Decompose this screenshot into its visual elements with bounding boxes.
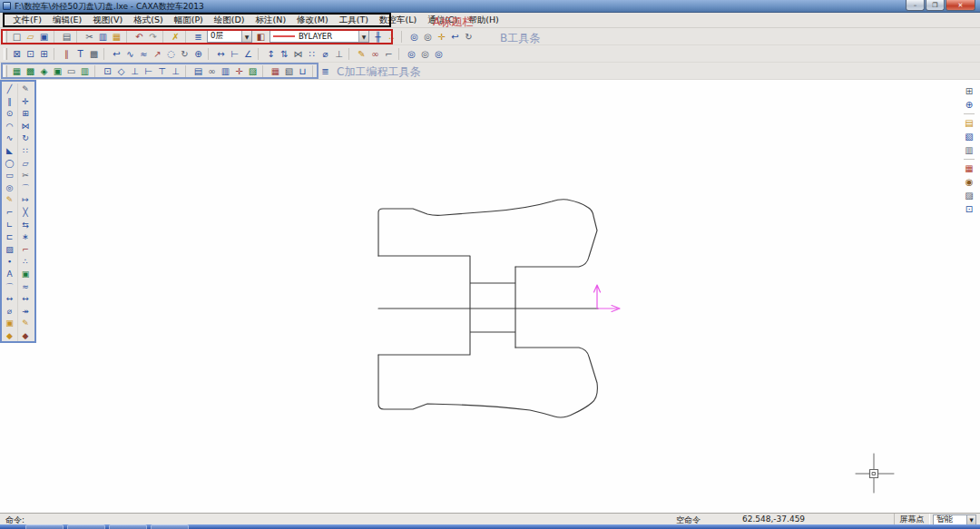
corner-line-icon[interactable]: ∟ xyxy=(3,220,16,232)
mirror-pair-icon[interactable]: ⋈ xyxy=(291,47,305,61)
image-edit-icon[interactable]: ▧ xyxy=(962,130,976,143)
chevron-down-icon[interactable]: ▼ xyxy=(241,31,251,42)
rotate-icon[interactable]: ↻ xyxy=(19,132,33,145)
parallel-line-icon[interactable]: ∥ xyxy=(3,96,16,109)
tool-manage-icon[interactable]: ⊡ xyxy=(962,202,976,216)
radius-dim-icon[interactable]: ⌀ xyxy=(318,47,332,61)
swap-ends-icon[interactable]: ⇅ xyxy=(278,47,291,61)
undo-curve-icon[interactable]: ↩ xyxy=(110,47,123,61)
zoom-all-icon[interactable]: ◎ xyxy=(432,47,446,61)
move-icon[interactable]: ✛ xyxy=(19,96,33,109)
cloud-mark-icon[interactable]: ◌ xyxy=(164,47,178,61)
leader-line-icon[interactable]: ↗ xyxy=(151,47,164,61)
cut-icon[interactable]: ✂ xyxy=(83,30,96,44)
process-book-icon[interactable]: ▨ xyxy=(246,64,260,78)
taskbar-button[interactable] xyxy=(109,524,147,529)
mirror-icon[interactable]: ⋈ xyxy=(19,121,33,133)
undo-icon[interactable]: ↶ xyxy=(132,30,146,44)
center-circle-icon[interactable]: ◎ xyxy=(3,182,16,195)
arc-icon[interactable]: ◠ xyxy=(3,121,16,133)
menu-help[interactable]: 帮助(H) xyxy=(463,14,505,27)
copy-icon[interactable]: ▥ xyxy=(96,30,110,44)
contour-line-icon[interactable]: ⊏ xyxy=(3,231,16,244)
menu-draw[interactable]: 绘图(D) xyxy=(209,14,250,27)
chevron-down-icon[interactable]: ▼ xyxy=(966,515,975,524)
close-icon[interactable]: ✕ xyxy=(946,0,975,11)
pan-view-icon[interactable]: ✛ xyxy=(435,30,448,44)
print-icon[interactable]: ▤ xyxy=(60,30,74,44)
node-edit-icon[interactable]: ∴ xyxy=(19,256,33,269)
diamond-target-icon[interactable]: ◇ xyxy=(114,64,128,78)
copy-object-icon[interactable]: ⊞ xyxy=(19,108,33,121)
taskbar-button[interactable] xyxy=(151,524,189,529)
frame-target-icon[interactable]: ⊡ xyxy=(101,64,114,78)
color-picker-icon[interactable]: ◧ xyxy=(254,30,268,44)
curve-fit-icon[interactable]: ∞ xyxy=(368,47,382,61)
align-top-icon[interactable]: ⊥ xyxy=(128,64,142,78)
wave-line-icon[interactable]: ≈ xyxy=(137,47,151,61)
redo-icon[interactable]: ↷ xyxy=(146,30,160,44)
toolpath-finish-icon[interactable]: ▩ xyxy=(24,64,37,78)
machine-settings-icon[interactable]: ✛ xyxy=(232,64,246,78)
dim-linear-icon[interactable]: ↔ xyxy=(3,293,16,306)
solid-fill-icon[interactable]: ◣ xyxy=(3,145,16,158)
spline-icon[interactable]: ∿ xyxy=(3,132,16,145)
rectangle-icon[interactable]: ▭ xyxy=(3,170,16,182)
block-edit-icon[interactable]: ▩ xyxy=(87,47,101,61)
solid-view-icon[interactable]: ⊕ xyxy=(962,98,976,112)
drawing-canvas[interactable]: ╱∥⊙◠∿◣◯▭◎✎⌐∟⊏▨∙A⌒↔⌀▣◆ ✎✛⊞⋈↻∷▱✂⌒↦╳⇆∗⌐∴▣≈↔… xyxy=(0,80,980,513)
paint-format-icon[interactable]: ◆ xyxy=(19,330,33,343)
vertical-dim-icon[interactable]: ↕ xyxy=(264,47,278,61)
view-previous-icon[interactable]: ↩ xyxy=(448,30,462,44)
menu-tools[interactable]: 工具(T) xyxy=(334,14,374,27)
new-file-icon[interactable]: □ xyxy=(10,30,24,44)
param-list-icon[interactable]: ≣ xyxy=(318,64,332,78)
linear-dim-icon[interactable]: ↔ xyxy=(214,47,228,61)
spline-edit-icon[interactable]: ∿ xyxy=(123,47,137,61)
minimize-icon[interactable]: – xyxy=(906,0,925,11)
process-library-icon[interactable]: ▤ xyxy=(191,64,205,78)
horizontal-dim-icon[interactable]: ↔ xyxy=(19,293,33,306)
circle-icon[interactable]: ⊙ xyxy=(3,108,16,121)
zoom-dynamic-icon[interactable]: ⊞ xyxy=(37,47,51,61)
menu-communication[interactable]: 通信(C) xyxy=(422,14,463,27)
menu-format[interactable]: 格式(S) xyxy=(128,14,168,27)
menu-modify[interactable]: 修改(M) xyxy=(291,14,334,27)
zoom-in-icon[interactable]: ◎ xyxy=(407,30,421,44)
code-verify-icon[interactable]: ▥ xyxy=(78,64,92,78)
baseline-dim-icon[interactable]: ⊢ xyxy=(228,47,241,61)
block-create-icon[interactable]: ▣ xyxy=(3,318,16,330)
stretch-icon[interactable]: ⇆ xyxy=(19,220,33,232)
extend-icon[interactable]: ↦ xyxy=(19,194,33,207)
hatch-icon[interactable]: ▨ xyxy=(3,244,16,257)
toolbar-grip[interactable] xyxy=(4,48,7,60)
save-file-icon[interactable]: ▣ xyxy=(37,30,51,44)
arrow-dim-icon[interactable]: ↠ xyxy=(19,306,33,318)
lathe-bed-icon[interactable]: ⊔ xyxy=(296,64,309,78)
menu-dimension[interactable]: 标注(N) xyxy=(250,14,292,27)
sketch-icon[interactable]: ✎ xyxy=(3,194,16,207)
doc-transfer-icon[interactable]: ▧ xyxy=(282,64,296,78)
chevron-down-icon[interactable]: ▼ xyxy=(358,31,368,42)
machine-comm-icon[interactable]: ▦ xyxy=(269,64,282,78)
brush-format-icon[interactable]: ✎ xyxy=(19,318,33,330)
sketch-pencil-icon[interactable]: ✎ xyxy=(355,47,368,61)
doc-edit-icon[interactable]: ▥ xyxy=(962,143,976,157)
restore-icon[interactable]: ❐ xyxy=(926,0,945,11)
zoom-extent-icon[interactable]: ◎ xyxy=(418,47,432,61)
shear-icon[interactable]: ▱ xyxy=(19,158,33,171)
menu-sheet[interactable]: 幅面(P) xyxy=(169,14,209,27)
layer-select[interactable]: 0层 ▼ xyxy=(207,30,252,43)
menu-view[interactable]: 视图(V) xyxy=(87,14,128,27)
text-icon[interactable]: A xyxy=(3,269,16,281)
draft-edit-icon[interactable]: ✎ xyxy=(19,83,33,96)
zoom-detail-icon[interactable]: ◎ xyxy=(405,47,418,61)
taskbar-button[interactable] xyxy=(25,524,64,529)
paste-tool-icon[interactable]: ▤ xyxy=(962,116,976,130)
point-display-icon[interactable]: ∴ xyxy=(385,30,398,44)
align-mark-icon[interactable]: ⊥ xyxy=(332,47,346,61)
delete-icon[interactable]: ✗ xyxy=(169,30,182,44)
tool-post-icon[interactable]: ⊞ xyxy=(962,84,976,98)
linetype-select[interactable]: BYLAYER ▼ xyxy=(270,30,369,43)
align-down-icon[interactable]: ⊤ xyxy=(155,64,169,78)
